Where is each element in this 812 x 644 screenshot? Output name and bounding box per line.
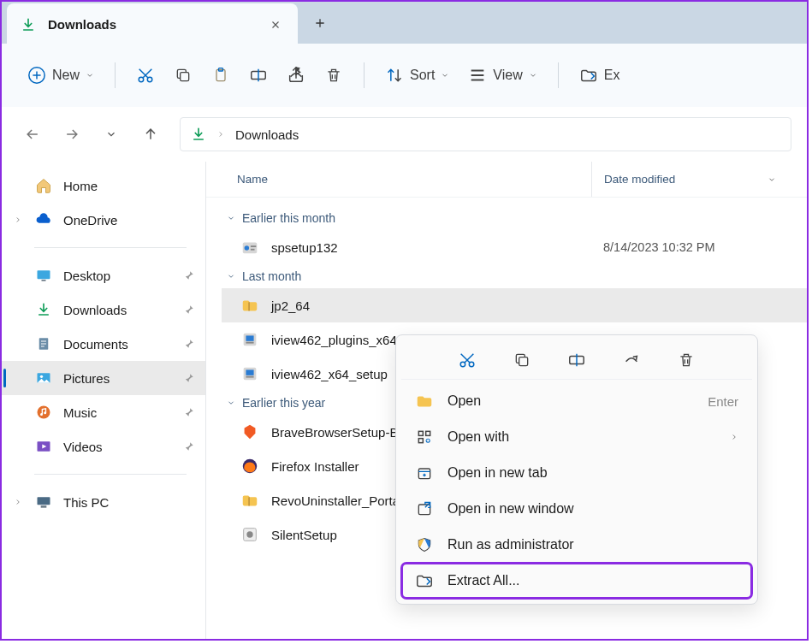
new-button[interactable]: New xyxy=(19,58,103,92)
shield-icon xyxy=(415,535,434,554)
view-button[interactable]: View xyxy=(459,58,545,92)
ctx-copy-button[interactable] xyxy=(504,344,540,376)
newwindow-icon xyxy=(415,499,434,518)
svg-rect-37 xyxy=(418,431,423,435)
pc-icon xyxy=(34,493,53,511)
column-date[interactable]: Date modified xyxy=(591,162,788,197)
svg-rect-21 xyxy=(251,249,255,251)
svg-rect-30 xyxy=(248,497,250,505)
sidebar-item-label: Home xyxy=(63,179,98,193)
delete-button[interactable] xyxy=(316,58,352,92)
column-name[interactable]: Name xyxy=(237,173,591,186)
chevron-down-icon xyxy=(768,175,776,184)
svg-rect-35 xyxy=(519,357,528,365)
group-last-month[interactable]: Last month xyxy=(222,264,807,288)
cut-button[interactable] xyxy=(127,58,163,92)
sidebar-item-videos[interactable]: Videos xyxy=(2,429,205,464)
installer-icon xyxy=(240,238,259,257)
ctx-extract-all[interactable]: Extract All... xyxy=(401,563,752,599)
sort-icon xyxy=(385,66,404,85)
sidebar-item-pictures[interactable]: Pictures xyxy=(2,361,205,395)
file-row[interactable]: spsetup132 8/14/2023 10:32 PM xyxy=(222,230,807,264)
rename-button[interactable] xyxy=(240,58,276,92)
extract-icon xyxy=(579,66,598,85)
sidebar-item-label: Videos xyxy=(63,440,103,454)
pin-icon xyxy=(183,440,195,452)
chevron-down-icon xyxy=(441,71,449,80)
sidebar-item-home[interactable]: Home xyxy=(2,168,205,203)
forward-button[interactable] xyxy=(56,119,87,150)
music-icon xyxy=(34,403,53,422)
share-icon xyxy=(287,66,305,85)
list-icon xyxy=(468,66,487,85)
sidebar-item-downloads[interactable]: Downloads xyxy=(2,292,205,327)
breadcrumb[interactable]: Downloads xyxy=(180,117,791,151)
svg-rect-39 xyxy=(418,439,423,443)
up-button[interactable] xyxy=(135,119,166,150)
cut-icon xyxy=(136,66,155,85)
ctx-run-admin[interactable]: Run as administrator xyxy=(401,527,752,563)
chevron-down-icon xyxy=(529,71,537,80)
sidebar-item-documents[interactable]: Documents xyxy=(2,327,205,361)
trash-icon xyxy=(324,66,343,85)
ctx-share-button[interactable] xyxy=(613,344,649,376)
sidebar-item-desktop[interactable]: Desktop xyxy=(2,258,205,292)
svg-point-2 xyxy=(147,77,152,82)
paste-button[interactable] xyxy=(203,58,239,92)
ctx-cut-button[interactable] xyxy=(449,344,485,376)
pin-icon xyxy=(183,269,195,281)
videos-icon xyxy=(34,437,53,456)
zip-icon xyxy=(240,296,259,315)
newtab-icon xyxy=(415,464,434,482)
sort-button[interactable]: Sort xyxy=(376,58,458,92)
brave-icon xyxy=(240,422,259,441)
copy-icon xyxy=(174,66,193,85)
history-dropdown[interactable] xyxy=(96,119,127,150)
back-button[interactable] xyxy=(17,119,48,150)
extract-button[interactable]: Ex xyxy=(571,58,629,92)
tab-downloads[interactable]: Downloads xyxy=(7,3,298,45)
firefox-icon xyxy=(240,457,259,476)
zip-icon xyxy=(240,491,259,510)
svg-point-13 xyxy=(40,413,43,416)
sidebar-item-label: Documents xyxy=(63,337,128,352)
sidebar-item-label: OneDrive xyxy=(63,213,117,227)
pictures-icon xyxy=(34,369,53,387)
file-row[interactable]: jp2_64 xyxy=(222,288,807,322)
svg-point-32 xyxy=(246,531,252,537)
sidebar-item-thispc[interactable]: This PC xyxy=(2,485,205,519)
view-label: View xyxy=(493,68,522,83)
ctx-rename-button[interactable] xyxy=(559,344,595,376)
column-headers: Name Date modified xyxy=(206,162,807,198)
ctx-open-new-tab[interactable]: Open in new tab xyxy=(401,455,752,491)
copy-button[interactable] xyxy=(165,58,201,92)
ctx-open-with[interactable]: Open with xyxy=(401,419,752,455)
chevron-right-icon xyxy=(216,130,225,139)
ctx-open[interactable]: Open Enter xyxy=(401,383,752,419)
close-icon[interactable] xyxy=(265,15,286,35)
chevron-right-icon xyxy=(14,498,22,506)
ctx-open-new-window[interactable]: Open in new window xyxy=(401,491,752,527)
svg-point-12 xyxy=(38,406,50,419)
svg-rect-24 xyxy=(246,335,253,340)
desktop-icon xyxy=(34,266,53,285)
share-button[interactable] xyxy=(278,58,314,92)
pin-icon xyxy=(183,406,195,418)
sidebar-item-label: Desktop xyxy=(63,269,110,283)
svg-rect-22 xyxy=(248,302,250,310)
sidebar-item-music[interactable]: Music xyxy=(2,395,205,429)
svg-point-33 xyxy=(460,362,465,367)
download-icon xyxy=(191,127,206,142)
shortcut-hint: Enter xyxy=(708,394,738,409)
new-tab-button[interactable] xyxy=(303,6,337,40)
download-icon xyxy=(19,15,38,34)
group-earlier-this-month[interactable]: Earlier this month xyxy=(222,206,807,230)
pin-icon xyxy=(183,338,195,350)
chevron-right-icon xyxy=(730,433,738,441)
pin-icon xyxy=(183,304,195,316)
svg-point-11 xyxy=(40,375,43,378)
tab-title: Downloads xyxy=(48,17,255,32)
svg-rect-17 xyxy=(41,505,47,508)
sidebar-item-onedrive[interactable]: OneDrive xyxy=(2,203,205,237)
ctx-delete-button[interactable] xyxy=(668,344,704,376)
